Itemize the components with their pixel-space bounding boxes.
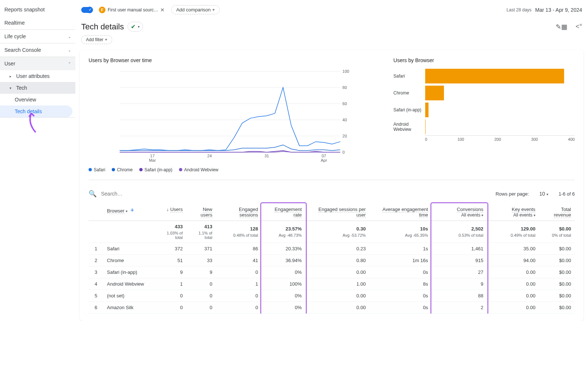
share-icon[interactable]: <° bbox=[576, 23, 582, 31]
sidebar-item-realtime[interactable]: Realtime bbox=[0, 16, 75, 29]
search-icon: 🔍 bbox=[89, 190, 97, 198]
table-row[interactable]: 1Safari3723718620.33%0.231s1,46135.00$0.… bbox=[89, 243, 575, 255]
plus-icon: + bbox=[105, 37, 107, 42]
chevron-down-icon: ▾ bbox=[534, 213, 535, 217]
check-circle-icon: ✔ bbox=[131, 23, 136, 30]
table-row[interactable]: 5(not set)0000%0.000s880.00$0.00 bbox=[89, 290, 575, 302]
search-input[interactable] bbox=[101, 191, 491, 197]
svg-text:20: 20 bbox=[343, 134, 347, 138]
col-key-events[interactable]: Key eventsAll events ▾ bbox=[487, 204, 539, 221]
triangle-down-icon: ▾ bbox=[10, 86, 13, 90]
svg-text:80: 80 bbox=[343, 85, 347, 90]
main-content: ✓ F First user manual sourc… ✕ Add compa… bbox=[75, 0, 588, 321]
bar-chart-title: Users by Browser bbox=[394, 57, 575, 63]
close-icon[interactable]: ✕ bbox=[160, 7, 165, 13]
sidebar-item-life-cycle[interactable]: Life cycle⌄ bbox=[0, 30, 75, 43]
table-row[interactable]: 3Safari (in-app)9900%0.000s270.00$0.00 bbox=[89, 267, 575, 278]
add-filter-button[interactable]: Add filter+ bbox=[81, 35, 112, 44]
key-events-filter[interactable]: All events ▾ bbox=[513, 212, 535, 218]
add-comparison-button[interactable]: Add comparison+ bbox=[171, 5, 220, 14]
col-conversions[interactable]: ConversionsAll events ▾ bbox=[432, 204, 487, 221]
triangle-right-icon: ▸ bbox=[10, 74, 13, 78]
customize-report-icon[interactable]: ✎▦ bbox=[556, 23, 567, 31]
sidebar-item-tech[interactable]: ▾Tech bbox=[0, 82, 75, 94]
chevron-down-icon: ▾ bbox=[138, 25, 140, 29]
plus-icon: + bbox=[212, 7, 215, 12]
sidebar-item-reports-snapshot[interactable]: Reports snapshot bbox=[0, 3, 75, 16]
segment-chip[interactable]: F First user manual sourc… ✕ bbox=[96, 6, 168, 14]
chevron-down-icon: ▾ bbox=[481, 213, 483, 217]
table-row[interactable]: 6Amazon Silk0000%0.000s20.00$0.00 bbox=[89, 302, 575, 314]
sidebar: Reports snapshot Realtime Life cycle⌄ Se… bbox=[0, 0, 75, 321]
status-badge[interactable]: ✔ ▾ bbox=[128, 22, 143, 32]
date-range-picker[interactable]: Mar 13 - Apr 9, 2024 bbox=[535, 7, 582, 13]
sidebar-item-tech-details[interactable]: Tech details bbox=[0, 105, 72, 117]
col-engaged-sessions[interactable]: Engaged sessions bbox=[216, 204, 262, 221]
col-new-users[interactable]: New users bbox=[186, 204, 216, 221]
line-chart-title: Users by Browser over time bbox=[89, 57, 379, 63]
add-dimension-icon[interactable]: + bbox=[130, 207, 135, 214]
comparison-toggle[interactable]: ✓ bbox=[81, 7, 92, 13]
top-bar: ✓ F First user manual sourc… ✕ Add compa… bbox=[80, 0, 584, 19]
svg-text:Mar: Mar bbox=[149, 158, 156, 162]
chart-legend: SafariChromeSafari (in-app)Android Webvi… bbox=[89, 167, 379, 172]
svg-text:100: 100 bbox=[343, 69, 349, 74]
conversions-filter[interactable]: All events ▾ bbox=[461, 212, 483, 218]
sidebar-item-user[interactable]: User⌃ bbox=[0, 57, 75, 70]
dimension-header[interactable]: Browser ▾ + bbox=[103, 204, 155, 221]
svg-text:0: 0 bbox=[343, 150, 345, 154]
svg-text:60: 60 bbox=[343, 101, 347, 106]
data-table: Browser ▾ + ↓ Users New users Engaged se… bbox=[89, 204, 575, 314]
col-users[interactable]: ↓ Users bbox=[155, 204, 186, 221]
segment-badge: F bbox=[99, 7, 105, 13]
col-avg-engagement-time[interactable]: Average engagement time bbox=[369, 204, 432, 221]
bar-chart: SafariChromeSafari (in-app)Android Webvi… bbox=[394, 68, 575, 142]
chevron-down-icon: ▾ bbox=[546, 192, 548, 196]
chevron-down-icon: ⌄ bbox=[68, 35, 71, 39]
line-chart: 02040608010017Mar243107Apr bbox=[89, 68, 379, 164]
chevron-down-icon: ⌄ bbox=[68, 48, 71, 52]
sidebar-item-search-console[interactable]: Search Console⌄ bbox=[0, 43, 75, 57]
col-engagement-rate[interactable]: Engagement rate bbox=[262, 204, 305, 221]
sidebar-item-user-attributes[interactable]: ▸User attributes bbox=[0, 70, 75, 82]
svg-text:17: 17 bbox=[150, 154, 155, 158]
date-preset-label: Last 28 days bbox=[506, 7, 531, 12]
table-row[interactable]: 2Chrome51334136.94%0.801m 16s91594.00$0.… bbox=[89, 255, 575, 267]
svg-text:31: 31 bbox=[265, 154, 269, 158]
svg-text:07: 07 bbox=[322, 154, 326, 158]
svg-text:Apr: Apr bbox=[321, 158, 327, 162]
rows-per-page-select[interactable]: 10 ▾ bbox=[539, 191, 548, 197]
col-total-revenue[interactable]: Total revenue bbox=[539, 204, 575, 221]
rows-per-page-label: Rows per page: bbox=[495, 191, 529, 197]
svg-text:24: 24 bbox=[207, 154, 212, 158]
chevron-up-icon: ⌃ bbox=[68, 62, 71, 66]
svg-text:40: 40 bbox=[343, 118, 347, 122]
sidebar-item-overview[interactable]: Overview bbox=[0, 94, 72, 105]
table-row[interactable]: 4Android Webview101100%1.008s90.00$0.00 bbox=[89, 278, 575, 290]
page-title: Tech details bbox=[81, 22, 124, 32]
col-engaged-sessions-per-user[interactable]: Engaged sessions per user bbox=[305, 204, 369, 221]
pagination-range: 1-6 of 6 bbox=[559, 191, 575, 197]
chevron-down-icon: ▾ bbox=[126, 209, 128, 213]
